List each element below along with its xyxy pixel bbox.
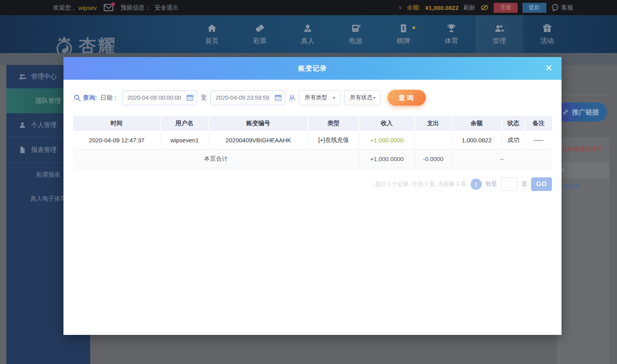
summary-label: 本页合计 [73,150,359,168]
ticket-icon [255,23,265,33]
close-icon[interactable]: ✕ [542,62,555,75]
live-person-icon [303,23,313,33]
to-label: 至 [201,94,207,102]
cell-record-no: 20200409VBIGHEAAHK [209,131,308,150]
chevron-down-icon: ▼ [372,96,376,100]
slot-machine-icon [350,23,361,33]
refresh-link[interactable]: 刷新 [463,4,475,12]
sort-hint-text: 点击标题修改排序 [557,146,617,153]
modal-title: 账变记录 [298,64,327,73]
customer-service[interactable]: 客服 [551,4,573,12]
summary-expense: -0.0000 [415,150,452,168]
chevron-down-icon: ▼ [332,96,336,100]
gift-icon [542,23,552,33]
modal-header: 账变记录 ✕ [63,57,562,80]
nav-item-sports[interactable]: 体育 [427,15,475,53]
topbar: 欢迎您 , wipsev 预留信息： 安全退出 ∨ 余额: ¥1,000.082… [0,0,617,15]
screen: 欢迎您 , wipsev 预留信息： 安全退出 ∨ 余额: ¥1,000.082… [0,0,617,364]
users-icon [18,73,26,81]
welcome-text: 欢迎您 , [53,4,74,12]
date-from-input[interactable] [122,91,197,105]
query-submit-button[interactable]: 查询 [388,90,426,106]
customer-service-label: 客服 [561,4,573,12]
users-icon [494,23,504,33]
page-number-button[interactable]: 1 [471,179,482,190]
background-divider [562,95,609,95]
summary-income: +1,000.0000 [359,150,415,168]
mail-badge-dot [111,2,115,6]
cell-income: +1,000.0000 [359,131,415,150]
cell-status: 成功 [502,131,525,150]
trophy-icon [446,23,457,33]
nav-item-egames[interactable]: 电游 [332,15,380,53]
pagination: 总计 1 个记录, 分为 1 页, 当前第 1 页 1 转至 页 GO [63,177,552,191]
account-change-table: 时间 用户名 账变编号 类型 收入 支出 余额 状态 备注 2020-04-09… [73,116,552,168]
search-icon [73,94,81,102]
status-select[interactable]: 所有状态 ▼ [344,90,381,105]
eye-slash-icon[interactable] [480,3,489,12]
main-navbar: 杏耀 首页 彩票 真人 [0,15,617,53]
summary-rest: -- [452,150,552,168]
nav-item-activity[interactable]: 活动 [523,15,571,53]
goto-page-input[interactable] [501,177,518,191]
promo-link-button[interactable]: 推广链接 [554,102,607,122]
nav-item-home[interactable]: 首页 [188,15,236,53]
search-label-group: 查询: [73,94,97,102]
cell-balance: 1,000.0822 [452,131,502,150]
balance-value: ¥1,000.0822 [425,4,459,11]
balance-label: 余额: [407,4,420,12]
user-icon [18,121,26,129]
chat-bubble-icon [551,4,559,12]
mail-icon[interactable] [104,4,113,11]
cell-time: 2020-04-09 12:47:37 [73,131,161,150]
reserved-info-label: 预留信息： [121,4,150,12]
mahjong-tile-icon [398,23,409,33]
username: wipsev [78,4,97,11]
logout-link[interactable]: 安全退出 [154,4,178,12]
background-table-header: ≡ [557,162,609,178]
link-icon [562,108,569,116]
go-button[interactable]: GO [531,177,552,191]
date-label: 日期： [101,94,119,102]
from-label: 从 [289,94,295,102]
nav-items: 首页 彩票 真人 电游 [188,15,571,53]
account-change-modal: 账变记录 ✕ 查询: 日期： 至 [63,57,562,335]
cell-type: [+]在线充值 [308,131,359,150]
cell-expense [415,131,452,150]
table-row: 2020-04-09 12:47:37 wipseven1 20200409VB… [73,131,552,150]
recharge-button[interactable]: 充值 [494,3,518,13]
home-icon [207,23,217,33]
withdraw-button[interactable]: 提款 [522,3,546,13]
document-icon [18,146,26,154]
nav-item-chess[interactable]: 棋牌 [380,15,427,53]
hot-flame-badge-icon [411,24,417,31]
balance-caret-icon[interactable]: ∨ [399,5,402,10]
table-header-row: 时间 用户名 账变编号 类型 收入 支出 余额 状态 备注 [73,116,552,131]
type-select[interactable]: 所有类型 ▼ [299,90,340,105]
nav-item-live[interactable]: 真人 [284,15,332,53]
cell-remark: ----- [525,131,552,150]
pagination-info: 总计 1 个记录, 分为 1 页, 当前第 1 页 [375,181,467,188]
page-unit-label: 页 [522,181,527,188]
nav-item-lottery[interactable]: 彩票 [236,15,284,53]
date-to-input[interactable] [210,91,285,105]
query-form: 查询: 日期： 至 [73,90,562,106]
cell-username: wipseven1 [161,131,209,150]
nav-item-manage[interactable]: 管理 [475,15,523,53]
goto-label: 转至 [486,181,497,188]
table-summary-row: 本页合计 +1,000.0000 -0.0000 -- [73,150,552,168]
